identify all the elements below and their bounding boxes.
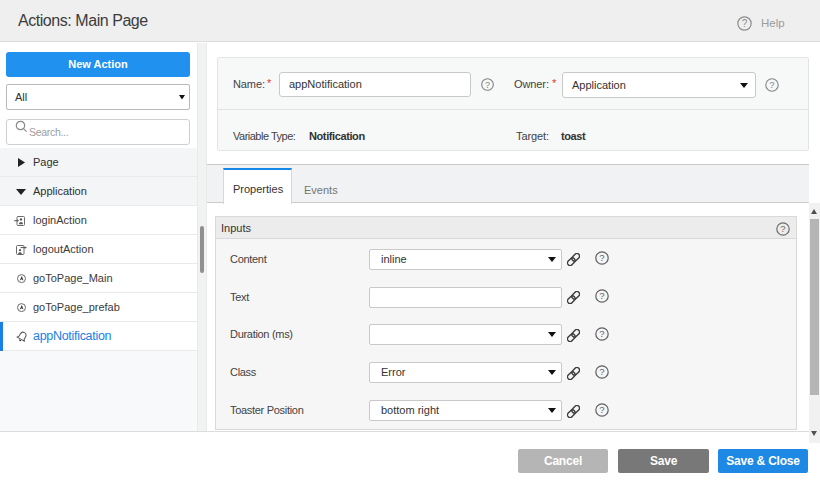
svg-text:?: ? [780, 223, 785, 234]
svg-text:?: ? [485, 80, 490, 90]
svg-text:?: ? [599, 252, 604, 263]
svg-text:?: ? [599, 290, 604, 301]
svg-text:?: ? [599, 366, 604, 377]
svg-text:?: ? [742, 18, 748, 29]
svg-text:?: ? [599, 328, 604, 339]
svg-text:?: ? [599, 404, 604, 415]
svg-text:?: ? [769, 79, 774, 90]
